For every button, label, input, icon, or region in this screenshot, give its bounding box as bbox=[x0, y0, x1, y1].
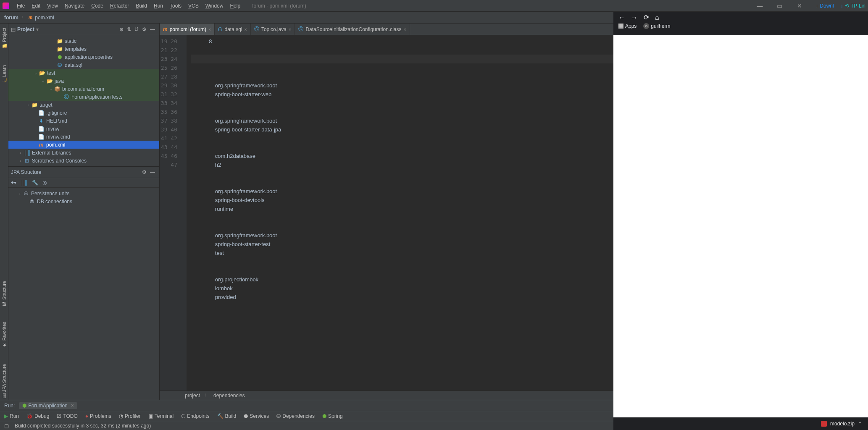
bottom-tab-endpoints[interactable]: ⬡Endpoints bbox=[181, 413, 209, 419]
menu-help[interactable]: Help bbox=[226, 3, 244, 9]
jpa-db-connections[interactable]: ⛃DB connections bbox=[8, 197, 159, 205]
tool-tab-jpa-structure[interactable]: 🗄 JPA Structure bbox=[2, 362, 7, 400]
tree-package[interactable]: ⌄📦br.com.alura.forum bbox=[8, 85, 159, 93]
bottom-tab-terminal[interactable]: ▣Terminal bbox=[148, 413, 174, 419]
tool-tab-structure[interactable]: 🏗 Structure bbox=[2, 279, 7, 308]
fold-gutter[interactable] bbox=[181, 35, 187, 391]
bottom-tab-todo[interactable]: ☑TODO bbox=[57, 413, 77, 419]
tree-file-mvnw-cmd[interactable]: 📄mvnw.cmd bbox=[8, 133, 159, 141]
bottom-tab-profiler[interactable]: ◔Profiler bbox=[119, 413, 141, 419]
tree-file-forum-application-tests[interactable]: ⒸForumApplicationTests bbox=[8, 93, 159, 101]
tab-close-icon[interactable]: × bbox=[289, 27, 291, 32]
tab-close-icon[interactable]: × bbox=[244, 27, 247, 32]
jpa-add-icon[interactable]: +▾ bbox=[11, 180, 16, 186]
menu-file[interactable]: File bbox=[13, 3, 28, 9]
browser-home-icon[interactable]: ⌂ bbox=[655, 14, 659, 21]
browser-downloads-bar[interactable]: modelo.zip ⌃ bbox=[613, 417, 868, 430]
menu-refactor[interactable]: Refactor bbox=[107, 3, 132, 9]
jpa-tree[interactable]: ›⛁Persistence units ⛃DB connections bbox=[8, 188, 159, 207]
bottom-tab-services[interactable]: ⬣Services bbox=[244, 413, 269, 419]
download-indicator[interactable]: Downl bbox=[815, 3, 834, 9]
project-tree[interactable]: 📁static 📁templates ⬢application.properti… bbox=[8, 35, 159, 166]
tree-folder-test[interactable]: ⌄📂test bbox=[8, 69, 159, 77]
jpa-hide-icon[interactable]: — bbox=[148, 169, 157, 175]
editor-breadcrumb[interactable]: project〉dependencies bbox=[160, 391, 683, 400]
project-tool-window: ▤ Project ▾ ⊕ ⇅ ⇵ ⚙ — 📁static 📁templates… bbox=[8, 24, 160, 400]
jpa-target-icon[interactable]: ◎ bbox=[42, 180, 47, 186]
menu-window[interactable]: Window bbox=[202, 3, 227, 9]
menu-build[interactable]: Build bbox=[132, 3, 150, 9]
panel-hide-icon[interactable]: — bbox=[148, 26, 157, 32]
maven-file-icon: m bbox=[29, 14, 32, 21]
close-icon[interactable]: ✕ bbox=[790, 3, 809, 9]
bottom-tab-dependencies[interactable]: ⛁Dependencies bbox=[276, 413, 315, 419]
tool-tab-learn[interactable]: 🎓 Learn bbox=[1, 63, 7, 86]
tree-file-gitignore[interactable]: 📄.gitignore bbox=[8, 109, 159, 117]
editor-tab[interactable]: ⛁data.sql× bbox=[215, 24, 250, 35]
tplink-indicator[interactable]: ⟲ TP-Lin bbox=[841, 3, 865, 9]
menu-tools[interactable]: Tools bbox=[166, 3, 185, 9]
jpa-panel-title[interactable]: JPA Structure bbox=[11, 169, 41, 175]
breadcrumb-file[interactable]: pom.xml bbox=[35, 15, 54, 21]
editor-tab[interactable]: ⒸDataSourceInitializationConfiguration.c… bbox=[295, 24, 410, 35]
bottom-tab-run[interactable]: ▶Run bbox=[4, 413, 19, 419]
line-number-gutter[interactable]: 19 20 21 22 23 24 25 26 27 28 29 30 31 3… bbox=[160, 35, 181, 391]
breadcrumb-root[interactable]: forum bbox=[4, 15, 18, 21]
bottom-tab-spring[interactable]: ⬢Spring bbox=[322, 413, 343, 419]
tree-scratches[interactable]: ›⊞Scratches and Consoles bbox=[8, 157, 159, 165]
app-logo-icon bbox=[3, 3, 9, 9]
tab-close-icon[interactable]: × bbox=[208, 27, 211, 32]
browser-profile-button[interactable]: Gguilherm bbox=[643, 23, 670, 29]
menu-vcs[interactable]: VCS bbox=[185, 3, 202, 9]
window-title: forum - pom.xml (forum) bbox=[252, 3, 306, 9]
browser-forward-icon[interactable]: → bbox=[631, 14, 638, 21]
tab-close-icon[interactable]: × bbox=[404, 27, 406, 32]
jpa-persistence-units[interactable]: ›⛁Persistence units bbox=[8, 189, 159, 197]
select-opened-file-icon[interactable]: ⊕ bbox=[118, 26, 125, 32]
jpa-diagram-icon[interactable]: ║║ bbox=[21, 180, 28, 186]
menu-run[interactable]: Run bbox=[150, 3, 166, 9]
expand-all-icon[interactable]: ⇅ bbox=[125, 26, 133, 32]
left-tool-window-bar: 📁 Project 🎓 Learn 🏗 Structure ★ Favorite… bbox=[0, 24, 8, 400]
browser-reload-icon[interactable]: ⟳ bbox=[644, 13, 649, 21]
tool-tab-favorites[interactable]: ★ Favorites bbox=[1, 320, 7, 349]
tree-file-data-sql[interactable]: ⛁data.sql bbox=[8, 61, 159, 69]
tree-file-application-properties[interactable]: ⬢application.properties bbox=[8, 53, 159, 61]
menu-bar: FileEditViewNavigateCodeRefactorBuildRun… bbox=[0, 0, 868, 12]
tree-folder-java[interactable]: ⌄📂java bbox=[8, 77, 159, 85]
code-content[interactable]: 8 org.springframework.boot spring-boot-s… bbox=[187, 35, 683, 391]
run-tab-forum-application[interactable]: ⬢ForumApplication× bbox=[19, 402, 77, 409]
editor-tab[interactable]: ⒸTopico.java× bbox=[251, 24, 295, 35]
menu-navigate[interactable]: Navigate bbox=[61, 3, 88, 9]
browser-content-area[interactable] bbox=[613, 35, 868, 425]
editor-tab[interactable]: mpom.xml (forum)× bbox=[160, 24, 215, 35]
tree-folder-static[interactable]: 📁static bbox=[8, 37, 159, 45]
tree-folder-target[interactable]: ›📁target bbox=[8, 101, 159, 109]
download-filename[interactable]: modelo.zip bbox=[830, 421, 855, 427]
tree-folder-templates[interactable]: 📁templates bbox=[8, 45, 159, 53]
nav-breadcrumb[interactable]: forum 〉 m pom.xml bbox=[4, 14, 54, 21]
jpa-wrench-icon[interactable]: 🔧 bbox=[32, 180, 38, 186]
code-editor[interactable]: 19 20 21 22 23 24 25 26 27 28 29 30 31 3… bbox=[160, 35, 683, 391]
maximize-icon[interactable]: ▭ bbox=[771, 3, 789, 9]
browser-apps-button[interactable]: Apps bbox=[618, 23, 637, 29]
menu-edit[interactable]: Edit bbox=[28, 3, 44, 9]
tree-file-pom-xml[interactable]: mpom.xml bbox=[8, 141, 159, 149]
collapse-all-icon[interactable]: ⇵ bbox=[133, 26, 140, 32]
tool-tab-project[interactable]: 📁 Project bbox=[1, 26, 7, 51]
minimize-icon[interactable]: — bbox=[751, 3, 769, 9]
download-chevron-icon[interactable]: ⌃ bbox=[858, 421, 862, 427]
browser-back-icon[interactable]: ← bbox=[618, 14, 625, 21]
menu-code[interactable]: Code bbox=[88, 3, 107, 9]
bottom-tab-problems[interactable]: ●Problems bbox=[85, 413, 111, 419]
bottom-tab-debug[interactable]: 🐞Debug bbox=[26, 413, 49, 419]
panel-settings-icon[interactable]: ⚙ bbox=[140, 26, 148, 32]
status-tool-windows-icon[interactable]: ▢ bbox=[4, 423, 9, 429]
menu-view[interactable]: View bbox=[44, 3, 61, 9]
bottom-tab-build[interactable]: 🔨Build bbox=[217, 413, 237, 419]
jpa-settings-icon[interactable]: ⚙ bbox=[140, 169, 148, 175]
project-panel-title[interactable]: Project bbox=[17, 26, 34, 32]
tree-file-mvnw[interactable]: 📄mvnw bbox=[8, 125, 159, 133]
tree-external-libraries[interactable]: ›║║External Libraries bbox=[8, 149, 159, 157]
tree-file-help-md[interactable]: ⬇HELP.md bbox=[8, 117, 159, 125]
